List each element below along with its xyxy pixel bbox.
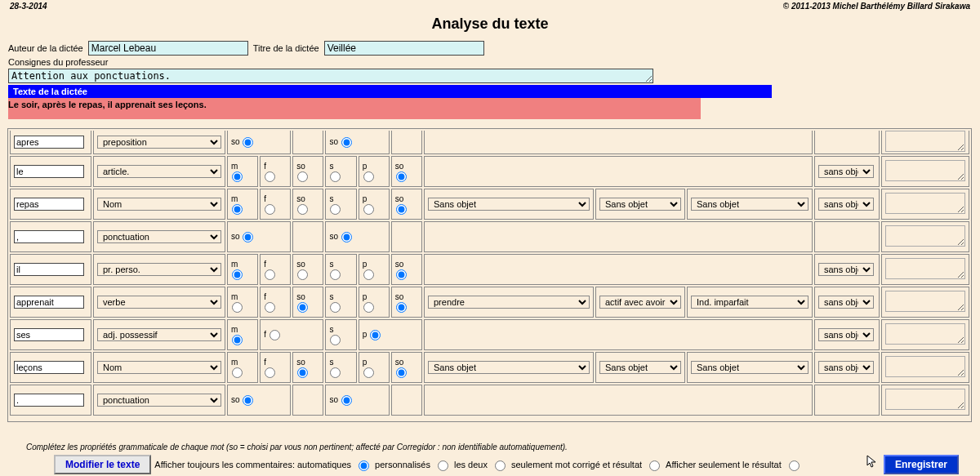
word-input[interactable] [14, 198, 84, 211]
m-radio[interactable] [232, 302, 243, 313]
modify-text-button[interactable]: Modifier le texte [54, 455, 151, 474]
dropdown[interactable]: Sans objet [428, 361, 590, 374]
dropdown[interactable]: article. [97, 165, 221, 178]
dropdown[interactable]: actif avec avoir [599, 296, 681, 309]
p-radio[interactable] [363, 269, 374, 280]
dropdown[interactable]: Nom [97, 198, 221, 211]
comments-res-radio[interactable] [789, 460, 800, 471]
dropdown[interactable]: Sans objet [599, 361, 681, 374]
comments-auto-radio[interactable] [359, 460, 369, 471]
so-radio[interactable] [341, 137, 352, 148]
radio-cell-m: m [227, 287, 258, 318]
s-radio[interactable] [330, 204, 341, 215]
so-radio[interactable] [341, 395, 352, 406]
s-radio[interactable] [330, 335, 341, 345]
dropdown[interactable]: sans obje [818, 296, 874, 309]
m-radio[interactable] [232, 335, 243, 345]
f-radio[interactable] [265, 367, 275, 378]
so-radio[interactable] [243, 395, 253, 406]
so-radio[interactable] [297, 269, 308, 280]
comments-corr-radio[interactable] [649, 460, 660, 471]
dropdown[interactable]: Sans objet [691, 361, 808, 374]
p-radio[interactable] [363, 204, 374, 215]
so-radio[interactable] [297, 367, 308, 378]
word-input[interactable] [14, 165, 84, 178]
dropdown[interactable]: Nom [97, 361, 221, 374]
cat-cell: Nom [93, 189, 225, 220]
p-radio[interactable] [363, 171, 374, 182]
word-input[interactable] [14, 136, 84, 149]
comment-textarea[interactable] [885, 291, 965, 312]
dropdown[interactable]: Sans objet [428, 198, 590, 211]
dropdown[interactable]: Sans objet [691, 198, 808, 211]
grammar-grid-scroll[interactable]: preposition so so article.mfsospsosans o… [7, 128, 972, 422]
f-radio[interactable] [265, 204, 275, 215]
dictation-title-input[interactable] [324, 41, 484, 56]
p-radio[interactable] [370, 330, 381, 340]
so-radio[interactable] [396, 171, 407, 182]
comment-cell [881, 221, 969, 252]
dropdown[interactable]: Ind. imparfait [691, 296, 808, 309]
f-radio[interactable] [265, 171, 275, 182]
word-input[interactable] [14, 361, 84, 374]
so-radio[interactable] [297, 171, 308, 182]
comment-textarea[interactable] [885, 160, 965, 181]
so-radio[interactable] [396, 367, 407, 378]
so-radio[interactable] [243, 137, 253, 148]
dropdown[interactable]: preposition [97, 136, 221, 149]
dropdown[interactable]: sans obje [818, 263, 874, 276]
comment-textarea[interactable] [885, 389, 965, 410]
comment-textarea[interactable] [885, 258, 965, 279]
radio-cell-f: f [260, 287, 291, 318]
so-radio[interactable] [243, 232, 253, 242]
dropdown[interactable]: adj. possessif [97, 328, 221, 341]
word-input[interactable] [14, 230, 84, 243]
comment-textarea[interactable] [885, 356, 965, 377]
comment-cell [881, 385, 969, 416]
instructions-textarea[interactable] [8, 69, 653, 83]
dropdown[interactable]: verbe [97, 296, 221, 309]
m-radio[interactable] [232, 269, 243, 280]
save-button[interactable]: Enregistrer [884, 455, 959, 474]
dropdown[interactable]: sans obje [818, 198, 874, 211]
s-radio[interactable] [330, 367, 341, 378]
comment-textarea[interactable] [885, 131, 965, 152]
so-radio[interactable] [396, 269, 407, 280]
s-radio[interactable] [330, 269, 341, 280]
m-radio[interactable] [232, 204, 243, 215]
so-radio[interactable] [396, 204, 407, 215]
dropdown[interactable]: pr. perso. [97, 263, 221, 276]
so-radio[interactable] [297, 204, 308, 215]
comment-textarea[interactable] [885, 323, 965, 345]
s-radio[interactable] [330, 171, 341, 182]
so-radio[interactable] [396, 302, 407, 313]
comment-textarea[interactable] [885, 193, 965, 214]
comment-textarea[interactable] [885, 225, 965, 247]
comments-both-radio[interactable] [495, 460, 506, 471]
dropdown[interactable]: sans obje [818, 165, 874, 178]
dropdown[interactable]: ponctuation [97, 230, 221, 243]
m-radio[interactable] [232, 171, 243, 182]
p-radio[interactable] [363, 367, 374, 378]
f-radio[interactable] [265, 302, 275, 313]
author-input[interactable] [88, 41, 248, 56]
dictation-heading-band: Texte de la dictée [8, 85, 772, 98]
word-input[interactable] [14, 328, 84, 341]
f-radio[interactable] [265, 269, 275, 280]
comments-pers-radio[interactable] [438, 460, 448, 471]
word-input[interactable] [14, 394, 84, 407]
dropdown[interactable]: Sans objet [599, 198, 681, 211]
p-radio[interactable] [363, 302, 374, 313]
dropdown[interactable]: ponctuation [97, 394, 221, 407]
empty [292, 221, 323, 252]
s-radio[interactable] [330, 302, 341, 313]
so-radio[interactable] [341, 232, 352, 242]
word-input[interactable] [14, 263, 84, 276]
so-radio[interactable] [297, 302, 308, 313]
f-radio[interactable] [270, 330, 280, 340]
dropdown[interactable]: prendre [428, 296, 590, 309]
dropdown[interactable]: sans obje [818, 361, 874, 374]
dropdown[interactable]: sans obje [818, 328, 874, 341]
m-radio[interactable] [232, 367, 243, 378]
word-input[interactable] [14, 296, 84, 309]
